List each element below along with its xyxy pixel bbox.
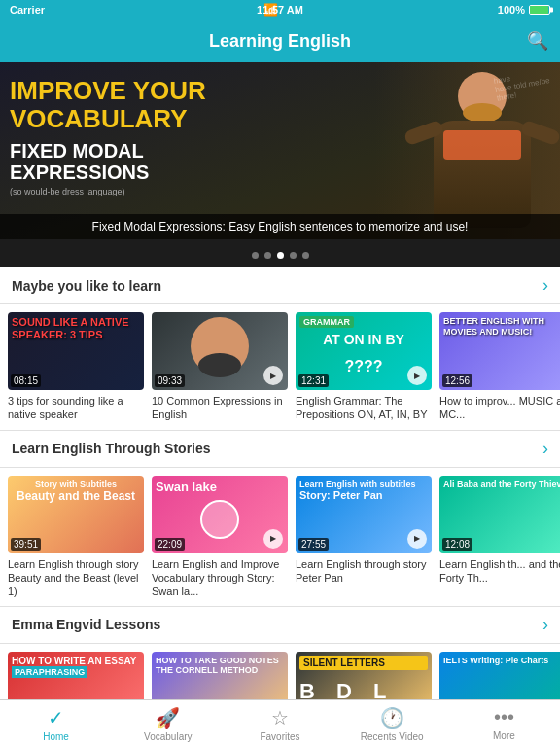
- video-card[interactable]: 09:33 ▶ 10 Common Expressions in English: [152, 312, 288, 422]
- letters-display: B D L: [299, 679, 428, 699]
- play-icon[interactable]: ▶: [407, 529, 427, 549]
- video-duration: 09:33: [155, 374, 185, 387]
- video-card[interactable]: Ali Baba and the Forty Thieves 12:08 Lea…: [439, 476, 560, 598]
- video-row-maybe: SOUND LIKE A NATIVE SPEAKER: 3 TIPS 08:1…: [0, 304, 560, 430]
- video-duration: 12:31: [298, 374, 329, 387]
- video-thumbnail: Learn English with subtitlesStory: Peter…: [296, 476, 432, 553]
- section-title-stories: Learn English Through Stories: [12, 441, 211, 456]
- video-card[interactable]: SOUND LIKE A NATIVE SPEAKER: 3 TIPS 08:1…: [8, 312, 144, 422]
- video-thumbnail: Swan lake 22:09 ▶: [152, 476, 288, 553]
- section-emma: Emma Engvid Lessons › HOW TO WRITE AN ES…: [0, 606, 560, 699]
- video-title: 3 tips for sounding like a native speake…: [8, 394, 144, 422]
- battery-percent: 100%: [498, 4, 525, 16]
- tab-vocabulary[interactable]: 🚀 Vocabulary: [112, 700, 224, 747]
- video-card[interactable]: HOW TO TAKE GOOD NOTESTHE CORNELL METHOD…: [152, 652, 288, 699]
- video-thumbnail: SOUND LIKE A NATIVE SPEAKER: 3 TIPS 08:1…: [8, 312, 144, 390]
- video-title: Learn English through story Beauty and t…: [8, 557, 144, 598]
- section-arrow-maybe[interactable]: ›: [542, 275, 548, 296]
- app-title: Learning English: [209, 31, 351, 52]
- hero-dot-2[interactable]: [264, 252, 271, 259]
- video-card[interactable]: GRAMMAR AT ON IN BY ???? 12:31 ▶ English…: [296, 312, 432, 422]
- video-row-stories: Story with SubtitlesBeauty and the Beast…: [0, 468, 560, 606]
- hero-dot-1[interactable]: [252, 252, 259, 259]
- video-title: Learn English through story Peter Pan: [296, 557, 432, 586]
- section-maybe-you-like: Maybe you like to learn › SOUND LIKE A N…: [0, 267, 560, 430]
- video-title: How to improv... MUSIC and MC...: [439, 394, 560, 422]
- video-duration: 12:56: [442, 374, 472, 387]
- play-icon[interactable]: ▶: [407, 366, 427, 385]
- video-title: Learn English th... and the Forty Th...: [439, 557, 560, 586]
- nav-bar: Learning English 🔍: [0, 19, 560, 62]
- section-title-maybe: Maybe you like to learn: [12, 278, 161, 294]
- vocabulary-icon: 🚀: [156, 706, 180, 729]
- tab-favorites[interactable]: ☆ Favorites: [224, 700, 335, 747]
- video-card[interactable]: IELTS Writing: Pie Charts 21:32 IELTS Wr…: [439, 652, 560, 699]
- hero-line2: VOCABULARY: [10, 105, 404, 133]
- section-arrow-emma[interactable]: ›: [542, 615, 548, 635]
- video-thumbnail: HOW TO WRITE AN ESSAYPARAPHRASING 14:39 …: [8, 652, 144, 699]
- tab-vocabulary-label: Vocabulary: [144, 731, 192, 742]
- video-thumbnail: Story with SubtitlesBeauty and the Beast…: [8, 476, 144, 553]
- hero-dot-5[interactable]: [302, 252, 309, 259]
- thumb-label: HOW TO WRITE AN ESSAYPARAPHRASING: [12, 656, 140, 677]
- hero-line1: IMPROVE YOUR: [10, 77, 404, 105]
- more-icon: •••: [494, 706, 514, 729]
- scroll-content: IMPROVE YOUR VOCABULARY FIXED MODAL EXPR…: [0, 62, 560, 699]
- tab-more[interactable]: ••• More: [448, 700, 560, 747]
- video-duration: 27:55: [298, 538, 329, 551]
- video-thumbnail: HOW TO TAKE GOOD NOTESTHE CORNELL METHOD…: [152, 652, 288, 699]
- tab-more-label: More: [493, 730, 515, 741]
- play-icon[interactable]: ▶: [263, 529, 283, 549]
- video-card[interactable]: Learn English with subtitlesStory: Peter…: [296, 476, 432, 598]
- section-header-emma[interactable]: Emma Engvid Lessons ›: [0, 606, 560, 644]
- thumb-label: HOW TO TAKE GOOD NOTESTHE CORNELL METHOD: [156, 656, 284, 675]
- status-time: 11:57 AM: [257, 4, 303, 16]
- video-duration: 39:51: [11, 538, 41, 551]
- video-duration: 12:08: [442, 538, 472, 551]
- video-thumbnail: SILENT LETTERS B D L 13:07 ▶: [296, 652, 432, 699]
- video-card[interactable]: BETTER ENGLISH WITH MOVIES AND MUSIC! 12…: [439, 312, 560, 422]
- hero-dot-4[interactable]: [290, 252, 297, 259]
- video-title: Learn English and Improve Vocabulary thr…: [152, 557, 288, 598]
- video-thumbnail: BETTER ENGLISH WITH MOVIES AND MUSIC! 12…: [439, 312, 560, 390]
- battery-icon: [529, 5, 550, 15]
- preposition-text: AT ON IN BY: [299, 332, 428, 347]
- video-card[interactable]: Swan lake 22:09 ▶ Learn English and Impr…: [152, 476, 288, 598]
- hero-banner: IMPROVE YOUR VOCABULARY FIXED MODAL EXPR…: [0, 62, 560, 267]
- tab-bar: ✓ Home 🚀 Vocabulary ☆ Favorites 🕐 Recent…: [0, 699, 560, 747]
- video-duration: 22:09: [155, 538, 185, 551]
- hero-dot-3[interactable]: [277, 252, 284, 259]
- section-stories: Learn English Through Stories › Story wi…: [0, 430, 560, 606]
- video-card[interactable]: Story with SubtitlesBeauty and the Beast…: [8, 476, 144, 598]
- video-title: 10 Common Expressions in English: [152, 394, 288, 422]
- section-header-maybe[interactable]: Maybe you like to learn ›: [0, 267, 560, 304]
- hero-dots[interactable]: [0, 252, 560, 259]
- thumb-label: Swan lake: [156, 480, 284, 494]
- video-thumbnail: Ali Baba and the Forty Thieves 12:08: [439, 476, 560, 553]
- video-thumbnail: GRAMMAR AT ON IN BY ???? 12:31 ▶: [296, 312, 432, 390]
- home-icon: ✓: [48, 706, 64, 729]
- tab-home[interactable]: ✓ Home: [0, 700, 112, 747]
- hero-line3: FIXED MODAL: [10, 140, 404, 161]
- thumb-label: SILENT LETTERS: [299, 656, 428, 670]
- thumb-label: Ali Baba and the Forty Thieves: [443, 480, 560, 489]
- favorites-icon: ☆: [271, 706, 289, 729]
- section-header-stories[interactable]: Learn English Through Stories ›: [0, 430, 560, 468]
- section-arrow-stories[interactable]: ›: [542, 439, 548, 459]
- video-thumbnail: 09:33 ▶: [152, 312, 288, 390]
- play-icon[interactable]: ▶: [263, 366, 283, 385]
- hero-line4: EXPRESSIONS: [10, 161, 404, 183]
- video-card[interactable]: SILENT LETTERS B D L 13:07 ▶ Silent Lett…: [296, 652, 432, 699]
- search-icon[interactable]: 🔍: [527, 30, 548, 52]
- thumb-label: IELTS Writing: Pie Charts: [443, 656, 560, 665]
- video-thumbnail: IELTS Writing: Pie Charts 21:32: [439, 652, 560, 699]
- tab-favorites-label: Favorites: [260, 731, 299, 742]
- video-duration: 08:15: [11, 374, 41, 387]
- video-row-emma: HOW TO WRITE AN ESSAYPARAPHRASING 14:39 …: [0, 644, 560, 699]
- thumb-label: BETTER ENGLISH WITH MOVIES AND MUSIC!: [443, 316, 560, 338]
- thumb-label: Story with SubtitlesBeauty and the Beast: [12, 480, 140, 503]
- hero-caption: Fixed Modal Expressions: Easy English se…: [0, 214, 560, 239]
- tab-recents[interactable]: 🕐 Recents Video: [336, 700, 448, 747]
- video-card[interactable]: HOW TO WRITE AN ESSAYPARAPHRASING 14:39 …: [8, 652, 144, 699]
- video-title: English Grammar: The Prepositions ON, AT…: [296, 394, 432, 422]
